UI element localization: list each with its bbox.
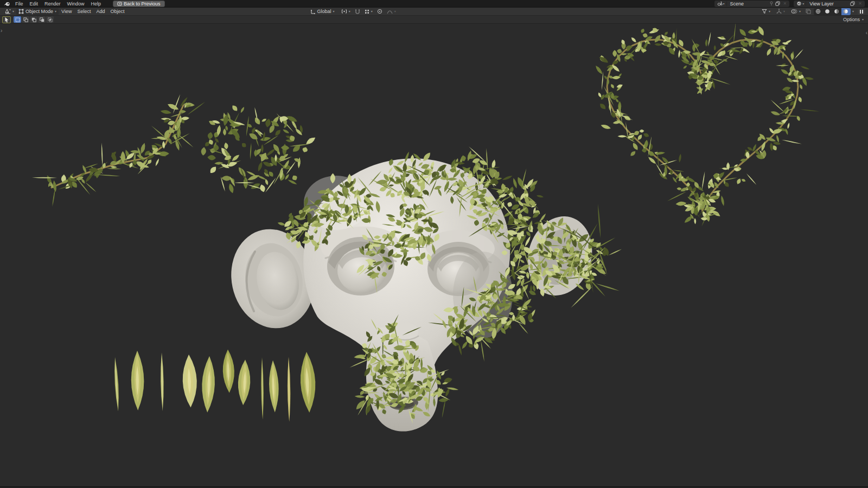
menu-object[interactable]: Object <box>107 9 127 14</box>
chevron-down-icon: ▾ <box>799 10 801 13</box>
chevron-down-icon: ▾ <box>783 10 785 13</box>
scene-name[interactable]: Scene <box>727 1 769 7</box>
options-label: Options <box>843 17 860 22</box>
menu-window[interactable]: Window <box>64 1 88 7</box>
menu-view[interactable]: View <box>59 9 74 14</box>
menu-add[interactable]: Add <box>93 9 107 14</box>
proportional-editing-icon[interactable] <box>377 9 382 14</box>
viewport-header: ▾ Object Mode ▾ View Select Add Object <box>0 8 868 16</box>
scene-browse-button[interactable]: ▾ <box>716 1 727 6</box>
toolbar-expand-icon[interactable]: › <box>1 28 2 34</box>
show-overlays-dropdown[interactable]: ▾ <box>789 8 803 15</box>
view-layer-selector: ▾ View Layer ✕ <box>794 1 865 7</box>
cursor-icon <box>4 17 9 23</box>
visibility-filter-icon <box>762 9 767 14</box>
chevron-down-icon[interactable]: ▾ <box>852 10 854 13</box>
orientation-axes-icon <box>310 9 316 14</box>
chevron-down-icon: ▾ <box>723 2 725 5</box>
menu-render[interactable]: Render <box>41 1 64 7</box>
overlays-icon <box>791 9 797 14</box>
snap-magnet-icon[interactable] <box>355 9 360 15</box>
mode-selector[interactable]: Object Mode ▾ <box>16 8 59 15</box>
menu-select[interactable]: Select <box>74 9 93 14</box>
new-view-layer-icon[interactable] <box>848 1 857 6</box>
chevron-down-icon: ▾ <box>349 10 350 13</box>
3d-viewport[interactable]: › ‹ <box>0 24 868 487</box>
object-type-visibility-dropdown[interactable]: ▾ <box>760 8 773 15</box>
chevron-down-icon: ▾ <box>862 18 864 21</box>
xray-toggle-icon[interactable] <box>805 9 812 14</box>
pivot-point-dropdown[interactable]: ▾ <box>339 8 353 15</box>
select-mode-extend-button[interactable] <box>22 16 29 23</box>
view-layer-name[interactable]: View Layer <box>806 1 848 7</box>
shading-rendered-icon[interactable] <box>841 8 851 15</box>
select-mode-set-button[interactable] <box>14 16 21 23</box>
orientation-label: Global <box>317 9 331 14</box>
pause-icon[interactable] <box>858 9 865 15</box>
rendered-scene <box>0 24 868 487</box>
chevron-down-icon: ▾ <box>333 10 335 13</box>
shading-solid-icon[interactable] <box>823 8 832 15</box>
tool-settings-bar: Options ▾ <box>0 16 868 24</box>
mode-label: Object Mode <box>25 9 53 14</box>
scene-selector: ▾ Scene ✕ <box>714 1 790 7</box>
sidebar-expand-icon[interactable]: ‹ <box>866 30 867 36</box>
snap-target-icon <box>365 9 369 14</box>
shading-material-icon[interactable] <box>832 8 841 15</box>
select-mode-group <box>14 16 54 23</box>
select-mode-subtract-button[interactable] <box>30 16 37 23</box>
chevron-down-icon: ▾ <box>802 2 804 5</box>
menu-edit[interactable]: Edit <box>27 1 42 7</box>
chevron-down-icon: ▾ <box>394 10 396 13</box>
pin-icon[interactable] <box>769 1 774 6</box>
pivot-point-icon <box>341 9 347 14</box>
select-mode-invert-button[interactable] <box>38 16 46 23</box>
object-mode-icon <box>18 9 24 14</box>
gizmo-icon <box>776 9 782 14</box>
blender-logo-icon[interactable] <box>3 1 11 7</box>
editor-3d-viewport-icon <box>5 9 11 14</box>
transform-orientation-dropdown[interactable]: Global ▾ <box>308 8 337 15</box>
menu-file[interactable]: File <box>12 1 27 7</box>
menu-help[interactable]: Help <box>88 1 105 7</box>
back-to-previous-button[interactable]: Back to Previous <box>113 1 165 7</box>
chevron-down-icon: ▾ <box>55 10 56 13</box>
back-arrow-icon <box>117 2 122 6</box>
topbar: File Edit Render Window Help Back to Pre… <box>0 0 868 8</box>
shading-wireframe-icon[interactable] <box>814 8 823 15</box>
select-mode-intersect-button[interactable] <box>46 16 54 23</box>
view-layer-browse-button[interactable]: ▾ <box>795 1 806 6</box>
show-gizmo-dropdown[interactable]: ▾ <box>774 8 787 15</box>
snap-settings-dropdown[interactable]: ▾ <box>362 8 375 15</box>
chevron-down-icon: ▾ <box>769 10 770 13</box>
shading-mode-group <box>814 8 851 15</box>
chevron-down-icon: ▾ <box>371 10 373 13</box>
scene-icon <box>717 1 723 6</box>
close-icon[interactable]: ✕ <box>857 1 864 6</box>
back-to-previous-label: Back to Previous <box>124 1 161 7</box>
chevron-down-icon: ▾ <box>12 10 14 13</box>
new-scene-icon[interactable] <box>774 1 782 6</box>
proportional-falloff-dropdown[interactable]: ▾ <box>385 8 398 15</box>
options-dropdown[interactable]: Options ▾ <box>843 17 866 22</box>
select-box-tool-button[interactable] <box>2 16 11 23</box>
editor-type-selector[interactable]: ▾ <box>3 8 16 15</box>
view-layer-icon <box>796 1 802 6</box>
falloff-curve-icon <box>387 9 393 14</box>
close-icon[interactable]: ✕ <box>782 1 789 6</box>
